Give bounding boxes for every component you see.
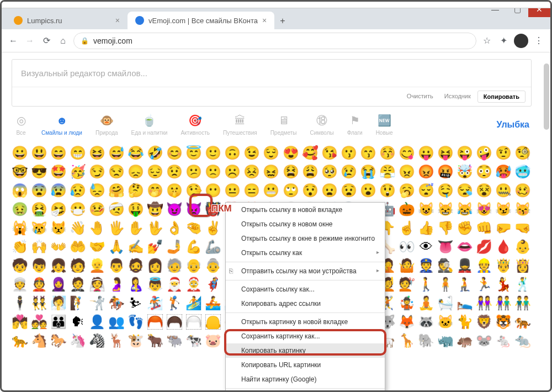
emoji-cell[interactable]: 👨 — [108, 257, 125, 274]
emoji-cell[interactable]: 💃 — [495, 276, 512, 293]
emoji-cell[interactable]: 😖 — [263, 163, 279, 180]
source-button[interactable]: Исходник — [440, 91, 475, 103]
emoji-cell[interactable]: 😛 — [418, 145, 434, 161]
emoji-cell[interactable]: 👐 — [50, 239, 67, 255]
emoji-cell[interactable]: 🐮 — [128, 332, 144, 349]
emoji-cell[interactable]: 🧍 — [437, 276, 454, 293]
emoji-cell[interactable]: 💅 — [147, 239, 163, 255]
emoji-cell[interactable]: 🙂 — [205, 145, 221, 161]
emoji-cell[interactable]: 😄 — [50, 145, 67, 161]
emoji-cell[interactable]: 🤛 — [495, 220, 512, 236]
emoji-cell[interactable]: 😽 — [514, 201, 531, 218]
emoji-cell[interactable]: 😮 — [360, 182, 376, 199]
emoji-cell[interactable]: 😭 — [360, 163, 376, 180]
emoji-cell[interactable]: 🏌️ — [166, 295, 183, 311]
emoji-cell[interactable]: 🐴 — [31, 332, 47, 349]
emoji-cell[interactable]: 😑 — [243, 182, 260, 199]
emoji-cell[interactable]: 🧎 — [457, 276, 473, 293]
emoji-cell[interactable]: 🙄 — [283, 182, 299, 199]
emoji-cell[interactable]: 🧑 — [70, 257, 86, 274]
emoji-cell[interactable]: 🐈 — [457, 314, 473, 330]
emoji-cell[interactable]: 🦱 — [166, 314, 183, 330]
emoji-cell[interactable]: 👬 — [514, 295, 531, 311]
emoji-cell[interactable]: 🐃 — [166, 332, 183, 349]
browser-tab[interactable]: vEmoji.com | Все смайлы ВКонта × — [128, 12, 274, 29]
emoji-cell[interactable]: 👷 — [476, 257, 492, 274]
emoji-cell[interactable]: 😣 — [243, 163, 260, 180]
emoji-cell[interactable]: ✍️ — [128, 239, 144, 255]
emoji-cell[interactable]: 🧓 — [166, 257, 183, 274]
emoji-cell[interactable]: 😳 — [476, 163, 492, 180]
emoji-cell[interactable]: 🤺 — [89, 295, 105, 311]
emoji-cell[interactable]: 😰 — [50, 182, 67, 199]
category-4[interactable]: 🎯Активность — [181, 113, 210, 136]
emoji-cell[interactable]: 🎃 — [399, 201, 415, 218]
emoji-cell[interactable]: 🤔 — [128, 182, 144, 199]
emoji-cell[interactable]: 👳 — [12, 276, 28, 293]
category-5[interactable]: 🏛Путешествия — [223, 113, 257, 136]
emoji-cell[interactable]: 👧 — [50, 257, 67, 274]
emoji-cell[interactable]: 👤 — [89, 314, 105, 330]
category-1[interactable]: ☻Смайлы и люди — [41, 113, 82, 136]
emoji-cell[interactable]: 🥵 — [495, 163, 512, 180]
emoji-cell[interactable]: ✌️ — [205, 220, 221, 236]
profile-avatar[interactable] — [514, 34, 528, 48]
emoji-cell[interactable]: 🥺 — [321, 163, 338, 180]
emoji-cell[interactable]: 🧐 — [514, 145, 531, 161]
emoji-cell[interactable]: 🦏 — [437, 332, 454, 349]
emoji-cell[interactable]: 👼 — [147, 276, 163, 293]
emoji-cell[interactable]: 🤪 — [476, 145, 492, 161]
reload-button[interactable]: ⟳ — [40, 35, 52, 47]
emoji-cell[interactable]: 🦊 — [399, 314, 415, 330]
emoji-cell[interactable]: 👊 — [476, 220, 492, 236]
emoji-cell[interactable]: 👥 — [108, 314, 125, 330]
category-8[interactable]: ⚑Флаги — [347, 113, 363, 136]
emoji-cell[interactable]: 🤏 — [185, 220, 202, 236]
emoji-cell[interactable]: 🚣 — [205, 295, 221, 311]
category-3[interactable]: 🍵Еда и напитки — [131, 113, 168, 136]
emoji-cell[interactable]: ⛷ — [128, 295, 144, 311]
emoji-cell[interactable]: 🦛 — [457, 332, 473, 349]
emoji-cell[interactable]: 😟 — [166, 163, 183, 180]
emoji-cell[interactable]: 😝 — [437, 145, 454, 161]
emoji-cell[interactable]: ✋ — [128, 220, 144, 236]
emoji-cell[interactable]: 😌 — [263, 145, 279, 161]
emoji-cell[interactable]: 🏂 — [147, 295, 163, 311]
emoji-cell[interactable]: 🤠 — [147, 201, 163, 218]
emoji-cell[interactable]: 😂 — [128, 145, 144, 161]
emoji-cell[interactable]: 😊 — [166, 145, 183, 161]
emoji-cell[interactable]: 👍 — [418, 220, 434, 236]
emoji-cell[interactable]: 🤬 — [437, 163, 454, 180]
emoji-cell[interactable]: 😹 — [457, 201, 473, 218]
emoji-cell[interactable]: 😃 — [31, 145, 47, 161]
emoji-cell[interactable]: 🐭 — [476, 332, 492, 349]
emoji-cell[interactable]: 🐅 — [514, 314, 531, 330]
emoji-cell[interactable]: 🙌 — [31, 239, 47, 255]
emoji-cell[interactable]: 😷 — [70, 201, 86, 218]
emoji-cell[interactable]: 😼 — [495, 201, 512, 218]
emoji-cell[interactable]: 💑 — [31, 314, 47, 330]
emoji-cell[interactable]: 😆 — [89, 145, 105, 161]
emoji-cell[interactable]: 😉 — [243, 145, 260, 161]
emoji-cell[interactable]: 🧕 — [50, 276, 67, 293]
emoji-cell[interactable]: 👋 — [70, 220, 86, 236]
emoji-cell[interactable]: 🛀 — [437, 295, 454, 311]
extensions-icon[interactable]: ✦ — [497, 35, 509, 47]
emoji-cell[interactable]: 🐄 — [185, 332, 202, 349]
emoji-cell[interactable]: 😠 — [399, 163, 415, 180]
emoji-cell[interactable]: 🥴 — [514, 182, 531, 199]
emoji-cell[interactable]: 🤲 — [70, 239, 86, 255]
emoji-cell[interactable]: 👸 — [514, 257, 531, 274]
emoji-cell[interactable]: 🖐 — [108, 220, 125, 236]
emoji-cell[interactable]: 🦲 — [205, 314, 221, 330]
address-bar[interactable]: 🔒 vemoji.com — [73, 33, 476, 49]
context-menu-item[interactable]: Открыть ссылку в окне в режиме инкогнито — [226, 231, 385, 246]
context-menu-item[interactable]: Найти картинку (Google) — [226, 372, 385, 386]
emoji-cell[interactable]: 🙏 — [108, 239, 125, 255]
context-menu-item[interactable]: Открыть ссылку как — [226, 246, 385, 260]
emoji-cell[interactable]: 👵 — [205, 257, 221, 274]
emoji-cell[interactable]: 🤜 — [514, 220, 531, 236]
emoji-cell[interactable]: 🐱 — [437, 314, 454, 330]
emoji-cell[interactable]: ☹️ — [224, 163, 241, 180]
emoji-cell[interactable]: 👣 — [128, 314, 144, 330]
